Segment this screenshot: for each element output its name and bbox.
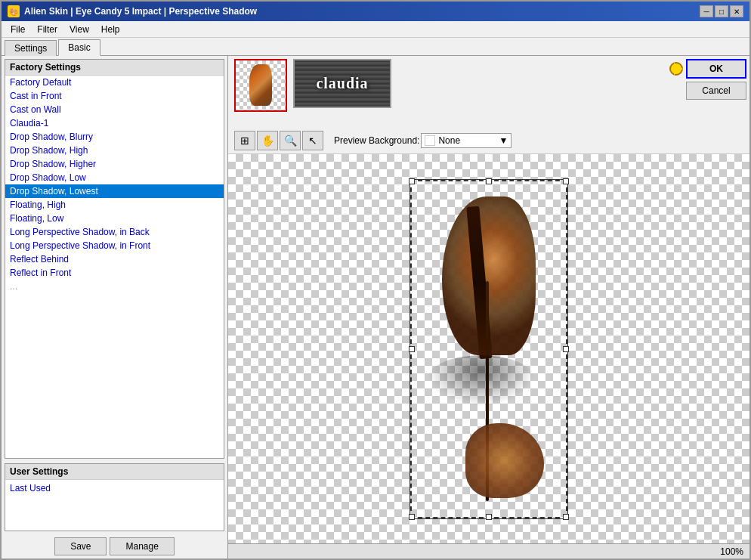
- select-button[interactable]: ↖: [302, 131, 323, 150]
- ok-cancel-area: → OK Cancel: [686, 59, 746, 100]
- settings-scroll-area[interactable]: Factory Default Cast in Front Cast on Wa…: [5, 76, 224, 458]
- manage-button[interactable]: Manage: [110, 537, 174, 555]
- minimize-button[interactable]: ─: [700, 5, 713, 17]
- list-item-last-used[interactable]: Last Used: [5, 481, 224, 495]
- list-item-drop-lowest[interactable]: Drop Shadow, Lowest: [5, 184, 224, 198]
- thumbnail-checkered-bg: [236, 60, 286, 110]
- tab-basic[interactable]: Basic: [58, 39, 100, 56]
- pan-button[interactable]: ✋: [257, 131, 278, 150]
- drop-shadow-effect: [426, 355, 536, 406]
- leaf-image: [410, 180, 567, 518]
- preview-thumbnail: [234, 59, 287, 112]
- window-title: Alien Skin | Eye Candy 5 Impact | Perspe…: [24, 6, 257, 17]
- list-item-long-back[interactable]: Long Perspective Shadow, in Back: [5, 225, 224, 239]
- preview-bg-value-area: None: [425, 135, 460, 146]
- tabs-bar: Settings Basic: [2, 38, 749, 56]
- toolbar: ⊞ ✋ 🔍 ↖ Preview Background:: [234, 131, 511, 150]
- preview-bg-swatch: [425, 135, 435, 146]
- factory-settings-header: Factory Settings: [5, 60, 224, 76]
- claudia-logo-text: claudia: [316, 75, 368, 92]
- user-settings-header: User Settings: [5, 464, 224, 480]
- thumbnail-image: [249, 64, 272, 106]
- left-panel: Factory Settings Factory Default Cast in…: [2, 56, 228, 558]
- list-item-drop-blurry[interactable]: Drop Shadow, Blurry: [5, 130, 224, 144]
- preview-image-container: [409, 179, 568, 519]
- tab-settings[interactable]: Settings: [5, 40, 57, 56]
- preview-bg-label: Preview Background:: [334, 135, 419, 146]
- ok-button[interactable]: OK: [686, 59, 746, 79]
- panel-buttons: Save Manage: [2, 534, 227, 558]
- list-item-factory-default[interactable]: Factory Default: [5, 76, 224, 89]
- zoom-to-fit-button[interactable]: ⊞: [234, 131, 255, 150]
- list-item-floating-low[interactable]: Floating, Low: [5, 212, 224, 225]
- user-settings-items: Last Used: [5, 480, 224, 497]
- menu-bar: File Filter View Help: [2, 21, 749, 38]
- list-item-long-front[interactable]: Long Perspective Shadow, in Front: [5, 239, 224, 252]
- right-panel: claudia → OK Cancel ⊞ ✋: [228, 56, 749, 558]
- zoom-level: 100%: [720, 546, 743, 557]
- close-button[interactable]: ✕: [730, 5, 743, 17]
- main-window: 🎨 Alien Skin | Eye Candy 5 Impact | Pers…: [0, 0, 751, 560]
- menu-filter[interactable]: Filter: [31, 23, 63, 36]
- list-item-drop-high[interactable]: Drop Shadow, High: [5, 144, 224, 157]
- title-bar: 🎨 Alien Skin | Eye Candy 5 Impact | Pers…: [2, 2, 749, 21]
- preview-bg-dropdown[interactable]: None ▼: [421, 133, 511, 148]
- menu-view[interactable]: View: [63, 23, 95, 36]
- list-item-cast-front[interactable]: Cast in Front: [5, 89, 224, 103]
- list-item-drop-low[interactable]: Drop Shadow, Low: [5, 171, 224, 184]
- list-item-more: ...: [5, 280, 224, 293]
- list-item-reflect-front[interactable]: Reflect in Front: [5, 266, 224, 280]
- zoom-in-icon: 🔍: [284, 135, 297, 147]
- zoom-in-button[interactable]: 🔍: [280, 131, 301, 150]
- preview-bg-value: None: [438, 135, 460, 146]
- list-item-claudia1[interactable]: Claudia-1: [5, 116, 224, 130]
- claudia-logo-image: claudia: [293, 59, 391, 108]
- title-buttons: ─ □ ✕: [700, 5, 743, 17]
- select-icon: ↖: [308, 135, 317, 147]
- ok-button-container: → OK: [686, 59, 746, 79]
- list-item-drop-higher[interactable]: Drop Shadow, Higher: [5, 157, 224, 171]
- maximize-button[interactable]: □: [715, 5, 728, 17]
- list-item-floating-high[interactable]: Floating, High: [5, 198, 224, 212]
- right-top-area: claudia → OK Cancel ⊞ ✋: [228, 56, 749, 154]
- menu-file[interactable]: File: [5, 23, 31, 36]
- status-bar: 100%: [228, 543, 749, 558]
- app-icon: 🎨: [8, 5, 20, 17]
- list-item-cast-wall[interactable]: Cast on Wall: [5, 103, 224, 116]
- leaf-bottom-shape: [465, 423, 544, 498]
- list-item-reflect-behind[interactable]: Reflect Behind: [5, 252, 224, 266]
- main-content: Factory Settings Factory Default Cast in…: [2, 56, 749, 558]
- pan-icon: ✋: [261, 135, 274, 147]
- title-bar-left: 🎨 Alien Skin | Eye Candy 5 Impact | Pers…: [8, 5, 257, 17]
- menu-help[interactable]: Help: [95, 23, 126, 36]
- user-settings-list: User Settings Last Used: [5, 463, 224, 531]
- zoom-to-fit-icon: ⊞: [240, 135, 249, 147]
- factory-settings-list: Factory Settings Factory Default Cast in…: [5, 59, 224, 459]
- dropdown-arrow-icon: ▼: [499, 135, 508, 146]
- cancel-button[interactable]: Cancel: [686, 82, 746, 100]
- save-button[interactable]: Save: [54, 537, 107, 555]
- preview-canvas: [228, 154, 749, 543]
